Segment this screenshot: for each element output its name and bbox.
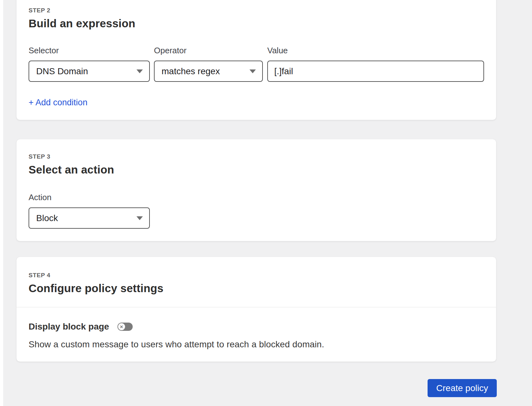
toggle-off-icon: ✕: [118, 323, 125, 330]
step-label: STEP 4: [29, 272, 50, 279]
display-block-page-toggle[interactable]: ✕: [117, 323, 133, 331]
action-field: Action Block: [29, 193, 150, 229]
operator-select[interactable]: matches regex: [154, 61, 263, 82]
operator-selected-value: matches regex: [162, 66, 220, 76]
selector-label: Selector: [29, 46, 150, 56]
value-input[interactable]: [267, 61, 484, 82]
card-build-expression: STEP 2 Build an expression Selector DNS …: [17, 0, 496, 120]
display-block-page-label: Display block page: [29, 322, 109, 332]
create-policy-button[interactable]: Create policy: [428, 379, 497, 397]
display-block-page-row: Display block page ✕: [29, 322, 133, 332]
selector-field: Selector DNS Domain: [29, 46, 150, 82]
chevron-down-icon: [136, 216, 143, 220]
action-select[interactable]: Block: [29, 207, 150, 229]
step-label: STEP 3: [29, 153, 50, 160]
expression-field-row: Selector DNS Domain Operator matches reg…: [17, 46, 496, 81]
card-title: Select an action: [29, 163, 114, 176]
card-title: Configure policy settings: [29, 282, 163, 295]
card-header-divider: [17, 307, 496, 307]
page-left-edge: [0, 0, 3, 406]
step-label: STEP 2: [29, 7, 50, 14]
chevron-down-icon: [249, 69, 256, 73]
card-policy-settings: STEP 4 Configure policy settings Display…: [17, 257, 496, 362]
selector-selected-value: DNS Domain: [36, 66, 88, 76]
card-select-action: STEP 3 Select an action Action Block: [17, 139, 496, 241]
action-label: Action: [29, 193, 150, 202]
value-label: Value: [267, 46, 484, 56]
selector-select[interactable]: DNS Domain: [29, 61, 150, 82]
action-selected-value: Block: [36, 213, 58, 223]
operator-field: Operator matches regex: [154, 46, 263, 82]
block-page-description: Show a custom message to users who attem…: [29, 339, 324, 350]
value-field: Value: [267, 46, 484, 82]
chevron-down-icon: [136, 69, 143, 73]
add-condition-link[interactable]: + Add condition: [29, 98, 87, 108]
card-title: Build an expression: [29, 17, 135, 30]
operator-label: Operator: [154, 46, 263, 56]
